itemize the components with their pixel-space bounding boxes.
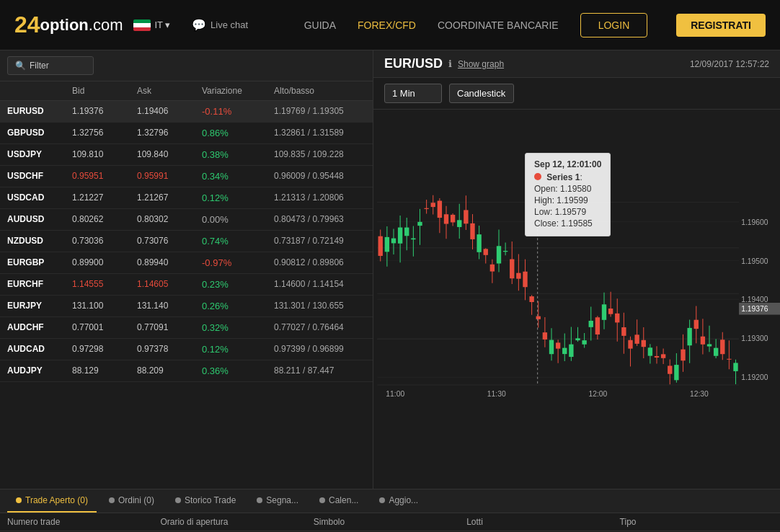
chart-type-select[interactable]: CandlestickLineBar: [449, 84, 514, 103]
svg-rect-33: [451, 215, 455, 223]
table-row[interactable]: EURCHF 1.14555 1.14605 0.23% 1.14600 / 1…: [0, 274, 373, 296]
svg-rect-79: [602, 304, 606, 320]
bid-value: 0.95951: [72, 171, 137, 182]
svg-rect-91: [642, 340, 646, 347]
svg-rect-107: [694, 320, 699, 329]
table-row[interactable]: AUDCAD 0.97298 0.97378 0.12% 0.97399 / 0…: [0, 339, 373, 360]
svg-rect-117: [727, 359, 731, 360]
bottom-tab[interactable]: Calen...: [311, 489, 367, 513]
svg-rect-17: [398, 228, 402, 244]
market-list-panel: 🔍 Filter Bid Ask Variazione Alto/basso E…: [0, 50, 373, 489]
svg-rect-31: [444, 214, 448, 223]
chart-header: EUR/USD ℹ Show graph 12/09/2017 12:57:22: [373, 50, 780, 78]
info-icon[interactable]: ℹ: [448, 58, 452, 69]
ask-value: 0.97378: [137, 344, 202, 355]
nav-coordinate[interactable]: COORDINATE BANCARIE: [438, 19, 559, 31]
ask-value: 0.73076: [137, 236, 202, 247]
bottom-tab[interactable]: Ordini (0): [100, 489, 163, 513]
pair-label: USDCHF: [7, 171, 72, 182]
svg-rect-51: [510, 260, 514, 279]
svg-rect-49: [503, 251, 508, 252]
variazione-value: 0.26%: [202, 301, 274, 311]
col-bid: Bid: [72, 86, 137, 96]
table-row[interactable]: GBPUSD 1.32756 1.32796 0.86% 1.32861 / 1…: [0, 123, 373, 144]
alto-basso-value: 0.77027 / 0.76464: [274, 322, 365, 333]
alto-basso-value: 0.73187 / 0.72149: [274, 236, 365, 247]
table-row[interactable]: EURJPY 131.100 131.140 0.26% 131.301 / 1…: [0, 296, 373, 317]
chart-panel: EUR/USD ℹ Show graph 12/09/2017 12:57:22…: [373, 50, 780, 489]
svg-rect-113: [714, 348, 718, 356]
table-row[interactable]: USDCAD 1.21227 1.21267 0.12% 1.21313 / 1…: [0, 187, 373, 209]
bottom-tab[interactable]: Aggio...: [371, 489, 427, 513]
variazione-value: 0.74%: [202, 236, 274, 247]
svg-text:11:30: 11:30: [487, 390, 506, 398]
svg-rect-13: [385, 237, 389, 252]
svg-rect-85: [621, 327, 626, 336]
table-row[interactable]: EURUSD 1.19376 1.19406 -0.11% 1.19769 / …: [0, 101, 373, 123]
svg-text:11:00: 11:00: [386, 390, 404, 398]
table-row[interactable]: AUDJPY 88.129 88.209 0.36% 88.211 / 87.4…: [0, 360, 373, 382]
filter-input[interactable]: 🔍 Filter: [7, 56, 94, 75]
tooltip-open: Open: 1.19580: [534, 184, 601, 194]
bottom-tab[interactable]: Storico Trade: [167, 489, 244, 513]
pair-label: AUDJPY: [7, 365, 72, 376]
bid-value: 0.89900: [72, 257, 137, 268]
show-graph-button[interactable]: Show graph: [458, 59, 504, 69]
tab-column-header: Simbolo: [314, 517, 466, 527]
svg-rect-39: [470, 223, 474, 239]
alto-basso-value: 1.14600 / 1.14154: [274, 279, 365, 290]
filter-bar: 🔍 Filter: [0, 50, 373, 81]
live-chat-button[interactable]: 💬 Live chat: [192, 18, 248, 32]
variazione-value: 0.86%: [202, 128, 274, 138]
svg-rect-59: [536, 316, 541, 319]
svg-rect-101: [674, 365, 678, 380]
tooltip-high: High: 1.19599: [534, 195, 601, 205]
tooltip-date: Sep 12, 12:01:00: [534, 159, 601, 169]
col-alto-basso: Alto/basso: [274, 86, 365, 96]
svg-text:12:00: 12:00: [588, 390, 607, 398]
filter-placeholder: Filter: [30, 61, 49, 71]
language-selector[interactable]: IT ▾: [133, 19, 170, 31]
svg-rect-87: [628, 340, 632, 349]
svg-rect-23: [417, 222, 422, 226]
nav-forex[interactable]: FOREX/CFD: [358, 19, 416, 31]
variazione-value: 0.12%: [202, 192, 274, 203]
table-row[interactable]: NZDUSD 0.73036 0.73076 0.74% 0.73187 / 0…: [0, 231, 373, 252]
col-pair: [7, 86, 72, 96]
table-row[interactable]: AUDUSD 0.80262 0.80302 0.00% 0.80473 / 0…: [0, 209, 373, 231]
ask-value: 0.77091: [137, 322, 202, 333]
ask-value: 88.209: [137, 365, 202, 376]
alto-basso-value: 88.211 / 87.447: [274, 365, 365, 376]
svg-rect-95: [655, 356, 659, 358]
table-row[interactable]: USDCHF 0.95951 0.95991 0.34% 0.96009 / 0…: [0, 166, 373, 187]
table-row[interactable]: EURGBP 0.89900 0.89940 -0.97% 0.90812 / …: [0, 252, 373, 274]
register-button[interactable]: REGISTRATI: [676, 14, 766, 37]
ask-value: 1.19406: [137, 106, 202, 117]
svg-text:1.19376: 1.19376: [741, 305, 768, 313]
svg-rect-25: [424, 208, 428, 209]
svg-rect-119: [733, 363, 737, 371]
nav-guida[interactable]: GUIDA: [304, 19, 336, 31]
tab-label: Trade Aperto (0): [25, 495, 88, 505]
svg-rect-97: [661, 354, 665, 358]
tab-label: Aggio...: [389, 495, 418, 505]
svg-rect-99: [668, 365, 672, 373]
tab-table-header: Numero tradeOrario di aperturaSimboloLot…: [0, 513, 780, 531]
tab-dot-icon: [175, 497, 181, 503]
bottom-tab[interactable]: Segna...: [248, 489, 307, 513]
variazione-value: 0.00%: [202, 214, 274, 225]
bottom-tab[interactable]: Trade Aperto (0): [7, 489, 97, 513]
variazione-value: 0.34%: [202, 171, 274, 182]
svg-rect-105: [687, 328, 691, 345]
svg-text:1.19600: 1.19600: [741, 218, 768, 226]
table-row[interactable]: AUDCHF 0.77001 0.77091 0.32% 0.77027 / 0…: [0, 317, 373, 339]
tab-dot-icon: [257, 497, 262, 503]
timeframe-select[interactable]: 1 Min5 Min15 Min30 Min1 Hour4 HoursDaily: [384, 84, 442, 103]
svg-rect-103: [681, 350, 685, 361]
ask-value: 1.21267: [137, 192, 202, 203]
table-row[interactable]: USDJPY 109.810 109.840 0.38% 109.835 / 1…: [0, 144, 373, 166]
alto-basso-value: 0.96009 / 0.95448: [274, 171, 365, 182]
ask-value: 131.140: [137, 301, 202, 311]
bid-value: 1.19376: [72, 106, 137, 117]
login-button[interactable]: LOGIN: [580, 13, 648, 37]
